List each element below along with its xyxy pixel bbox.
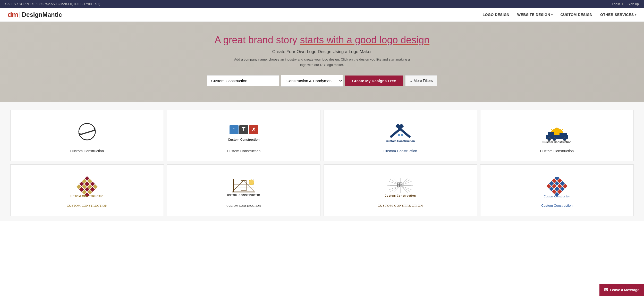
svg-text:Custom Construction: Custom Construction bbox=[228, 138, 260, 141]
logo-image-7: Custom Construction bbox=[382, 175, 418, 200]
logo-image-8: Custom Construction bbox=[539, 175, 575, 200]
svg-line-23 bbox=[562, 129, 563, 131]
logo-card-3[interactable]: Custom Construction Custom Construction bbox=[324, 110, 477, 161]
logo[interactable]: dm | DesignMantic bbox=[8, 11, 62, 19]
svg-rect-5 bbox=[93, 129, 96, 129]
svg-point-0 bbox=[79, 123, 95, 140]
logo-image-2: ↑ T ✗ Custom Construction bbox=[226, 120, 262, 146]
signup-link[interactable]: Sign up bbox=[628, 2, 639, 6]
logo-card-name-6: CUSTOM CONSTRUCTION bbox=[226, 203, 261, 208]
logo-image-6: CUSTOM CONSTRUCTION bbox=[226, 174, 262, 200]
hero-section: A great brand story starts with a good l… bbox=[0, 22, 644, 102]
svg-line-22 bbox=[551, 129, 552, 131]
logo-card-4[interactable]: Custom Construction Custom Construction bbox=[480, 110, 634, 161]
logo-card-6[interactable]: CUSTOM CONSTRUCTION CUSTOM CONSTRUCTION bbox=[167, 164, 320, 216]
hero-form: Construction & Handyman Architecture Rea… bbox=[5, 75, 639, 87]
hero-description: Add a company name, choose an industry a… bbox=[232, 57, 412, 68]
logo-name: DesignMantic bbox=[22, 11, 62, 18]
nav-logo-design[interactable]: LOGO DESIGN bbox=[482, 13, 509, 17]
logo-card-name-5: CUSTOM CONSTRUCTION bbox=[67, 204, 107, 208]
logo-card-name-3: Custom Construction bbox=[384, 149, 417, 153]
svg-text:CUSTOM CONSTRUCTION: CUSTOM CONSTRUCTION bbox=[227, 194, 260, 197]
header: dm | DesignMantic LOGO DESIGN WEBSITE DE… bbox=[0, 8, 644, 22]
svg-point-54 bbox=[249, 180, 254, 185]
logo-dm: dm bbox=[8, 11, 18, 19]
logo-card-name-8: Custom Construction bbox=[541, 204, 572, 207]
logo-card-5[interactable]: CUSTOM CONSTRUCTION CUSTOM CONSTRUCTION bbox=[10, 164, 164, 216]
logo-card-name-2: Custom Construction bbox=[227, 149, 261, 153]
logo-card-7[interactable]: Custom Construction Custom Construction bbox=[324, 164, 477, 216]
svg-text:Custom Construction: Custom Construction bbox=[544, 195, 570, 198]
svg-text:✗: ✗ bbox=[252, 127, 256, 132]
nav-other-services[interactable]: OTHER SERVICES ▾ bbox=[600, 13, 636, 17]
logo-card-name-1: Custom Construction bbox=[70, 149, 104, 153]
logo-image-4: Custom Construction bbox=[539, 120, 575, 146]
industry-select[interactable]: Construction & Handyman Architecture Rea… bbox=[281, 75, 343, 87]
logo-image-1 bbox=[69, 120, 105, 146]
svg-rect-25 bbox=[548, 132, 554, 136]
svg-text:CUSTOM CONSTRUCTION: CUSTOM CONSTRUCTION bbox=[70, 195, 104, 198]
logo-card-8[interactable]: Custom Construction Custom Construction bbox=[480, 164, 634, 216]
svg-text:↑: ↑ bbox=[233, 126, 235, 132]
hero-subtitle: Create Your Own Logo Design Using a Logo… bbox=[5, 49, 639, 54]
login-link[interactable]: Login bbox=[612, 2, 620, 6]
chevron-down-icon: ▾ bbox=[551, 13, 553, 16]
svg-line-50 bbox=[233, 180, 244, 191]
logo-card-2[interactable]: ↑ T ✗ Custom Construction Custom Constru… bbox=[167, 110, 320, 161]
top-bar-auth: Login I Sign up bbox=[609, 2, 639, 6]
logo-image-3: Custom Construction bbox=[382, 120, 418, 146]
create-designs-button[interactable]: Create My Designs Free bbox=[345, 76, 403, 86]
main-nav: LOGO DESIGN WEBSITE DESIGN ▾ CUSTOM DESI… bbox=[482, 13, 636, 17]
svg-text:Custom Construction: Custom Construction bbox=[386, 139, 415, 143]
top-bar: SALES / SUPPORT : 855-752-5503 (Mon-Fri,… bbox=[0, 0, 644, 8]
svg-rect-49 bbox=[241, 180, 246, 191]
nav-website-design[interactable]: WEBSITE DESIGN ▾ bbox=[517, 13, 553, 17]
svg-text:Custom Construction: Custom Construction bbox=[385, 194, 416, 197]
logo-sep: | bbox=[19, 11, 21, 19]
svg-text:Custom Construction: Custom Construction bbox=[543, 140, 572, 144]
svg-rect-18 bbox=[401, 134, 403, 136]
nav-custom-design[interactable]: CUSTOM DESIGN bbox=[561, 13, 592, 17]
svg-rect-17 bbox=[398, 134, 400, 136]
logo-card-name-4: Custom Construction bbox=[540, 149, 574, 153]
logo-card-name-7: Custom Construction bbox=[378, 204, 423, 208]
logo-image-5: CUSTOM CONSTRUCTION bbox=[69, 175, 105, 200]
logo-grid: Custom Construction ↑ T ✗ Custom Constru bbox=[10, 110, 634, 216]
chevron-down-icon-2: ▾ bbox=[635, 13, 637, 16]
chevron-down-icon-3: ⌄ bbox=[410, 79, 413, 83]
svg-marker-1 bbox=[79, 130, 95, 135]
logo-grid-section: Custom Construction ↑ T ✗ Custom Constru bbox=[0, 102, 644, 221]
hero-title: A great brand story starts with a good l… bbox=[5, 35, 639, 46]
more-filters-button[interactable]: ⌄ More Filters bbox=[405, 75, 437, 86]
svg-rect-26 bbox=[560, 133, 567, 136]
support-text: SALES / SUPPORT : 855-752-5503 (Mon-Fri,… bbox=[5, 2, 100, 6]
logo-card-1[interactable]: Custom Construction bbox=[10, 110, 164, 161]
svg-rect-55 bbox=[232, 191, 255, 193]
svg-rect-4 bbox=[78, 133, 81, 133]
company-name-input[interactable] bbox=[207, 75, 279, 86]
svg-text:T: T bbox=[242, 126, 245, 132]
hero-content: A great brand story starts with a good l… bbox=[5, 35, 639, 87]
